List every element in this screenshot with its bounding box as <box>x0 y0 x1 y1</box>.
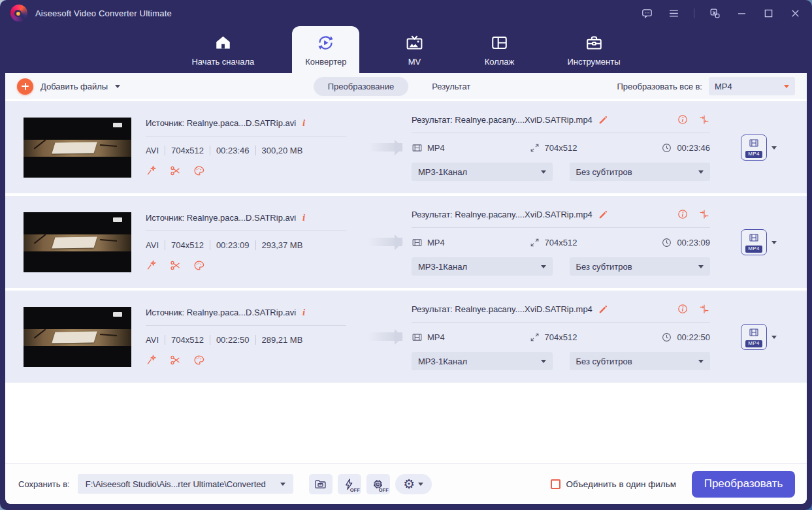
merge-checkbox[interactable] <box>551 479 560 489</box>
source-info: Источник: Realnye.paca...D.SATRip.avi i … <box>146 212 346 272</box>
effects-palette-icon[interactable] <box>193 165 205 177</box>
film-icon <box>749 327 759 338</box>
menu-icon[interactable] <box>667 7 680 20</box>
add-files-button[interactable]: Добавить файлы <box>17 78 120 95</box>
hardware-accel-button[interactable]: OFF <box>338 474 361 494</box>
profile-badge: MP4 <box>745 151 762 158</box>
cut-scissors-icon[interactable] <box>169 259 182 272</box>
video-thumbnail[interactable] <box>24 212 131 272</box>
video-format-icon <box>412 142 423 153</box>
open-folder-button[interactable] <box>309 474 333 494</box>
converter-icon <box>316 33 335 52</box>
subtitle-select[interactable]: Без субтитров <box>570 163 711 181</box>
media-info-icon[interactable]: i <box>302 307 305 318</box>
chevron-down-icon[interactable] <box>771 241 777 247</box>
effects-palette-icon[interactable] <box>193 259 205 272</box>
edit-magic-wand-icon[interactable] <box>146 259 158 272</box>
adjust-settings-icon[interactable] <box>698 303 710 315</box>
tab-label: Инструменты <box>567 57 620 67</box>
tab-label: Коллаж <box>485 57 515 67</box>
maximize-icon[interactable] <box>762 7 775 20</box>
source-filename: Источник: Realnye.paca...D.SATRip.avi <box>146 118 296 128</box>
tv-watermark <box>113 123 122 127</box>
chevron-down-icon <box>541 170 546 176</box>
view-tab-result[interactable]: Результат <box>417 77 485 96</box>
chevron-down-icon <box>280 483 285 488</box>
plus-icon <box>17 78 33 95</box>
close-icon[interactable] <box>788 7 802 20</box>
rename-pencil-icon[interactable] <box>598 304 609 315</box>
edit-magic-wand-icon[interactable] <box>146 165 158 177</box>
video-thumbnail[interactable] <box>24 118 131 178</box>
minimize-icon[interactable] <box>735 7 748 20</box>
toolbox-icon <box>585 33 604 52</box>
convert-all-label: Преобразовать все в: <box>617 82 702 91</box>
edit-magic-wand-icon[interactable] <box>146 354 158 366</box>
profile-badge: MP4 <box>745 340 762 347</box>
chevron-down-icon[interactable] <box>771 336 777 342</box>
view-tabs: Преобразование Результат <box>314 77 485 96</box>
accel-off-label: OFF <box>350 487 360 493</box>
video-thumbnail[interactable] <box>24 307 131 367</box>
output-info-icon[interactable] <box>677 303 689 315</box>
merge-label[interactable]: Объединить в один фильм <box>566 479 676 489</box>
rename-pencil-icon[interactable] <box>598 114 609 125</box>
rename-pencil-icon[interactable] <box>598 209 609 220</box>
tv-watermark <box>113 312 122 317</box>
tab-converter[interactable]: Конвертер <box>292 26 359 73</box>
tab-label: MV <box>408 57 421 67</box>
snapshot-icon[interactable] <box>708 7 721 20</box>
arrow-right-icon <box>368 332 402 341</box>
film-icon <box>749 232 759 243</box>
media-info-icon[interactable]: i <box>302 212 305 223</box>
adjust-settings-icon[interactable] <box>698 114 710 125</box>
output-info-icon[interactable] <box>677 208 689 220</box>
app-title: Aiseesoft Video Converter Ultimate <box>35 8 172 18</box>
profile-format-button[interactable]: MP4 <box>741 135 767 161</box>
add-files-label: Добавить файлы <box>41 82 108 91</box>
profile-format-button[interactable]: MP4 <box>741 229 767 255</box>
app-logo-icon <box>10 5 27 22</box>
output-info-icon[interactable] <box>677 114 689 125</box>
gpu-off-label: OFF <box>379 487 389 493</box>
gpu-accel-button[interactable]: OFF <box>366 474 390 494</box>
convert-button[interactable]: Преобразовать <box>692 471 795 498</box>
effects-palette-icon[interactable] <box>193 354 205 366</box>
view-tab-converting[interactable]: Преобразование <box>314 77 409 96</box>
cut-scissors-icon[interactable] <box>169 354 182 366</box>
divider <box>146 231 346 231</box>
subtitle-select[interactable]: Без субтитров <box>570 257 711 276</box>
source-meta: AVI704x51200:23:09293,37 MB <box>146 240 346 250</box>
folder-icon <box>314 477 327 491</box>
divider <box>412 133 710 133</box>
file-row: Источник: Realnye.paca...D.SATRip.avi i … <box>5 101 807 193</box>
audio-track-select[interactable]: MP3-1Канал <box>412 257 553 276</box>
divider <box>412 227 710 228</box>
merge-group: Объединить в один фильм <box>551 479 676 489</box>
tab-home[interactable]: Начать сначала <box>178 26 267 73</box>
media-info-icon[interactable]: i <box>302 118 305 129</box>
divider <box>412 322 710 323</box>
save-path-value: F:\Aiseesoft Studio\Ais...rter Ultimate\… <box>86 479 266 489</box>
save-path-select[interactable]: F:\Aiseesoft Studio\Ais...rter Ultimate\… <box>78 474 293 494</box>
settings-button[interactable]: ⚙ <box>395 474 432 494</box>
app-window: Aiseesoft Video Converter Ultimate <box>0 0 812 510</box>
file-list: Источник: Realnye.paca...D.SATRip.avi i … <box>5 99 807 463</box>
feedback-icon[interactable] <box>640 7 653 20</box>
tab-mv[interactable]: MV <box>384 26 444 73</box>
audio-track-select[interactable]: MP3-1Канал <box>412 352 553 370</box>
audio-track-select[interactable]: MP3-1Канал <box>412 163 553 181</box>
tab-tools[interactable]: Инструменты <box>554 26 633 73</box>
resolution-icon <box>529 332 540 343</box>
file-row: Источник: Realnye.paca...D.SATRip.avi i … <box>5 196 807 288</box>
cut-scissors-icon[interactable] <box>169 165 182 177</box>
subtitle-select[interactable]: Без субтитров <box>570 352 711 370</box>
chevron-down-icon <box>698 170 704 176</box>
convert-all-format-value: MP4 <box>715 82 732 91</box>
tab-collage[interactable]: Коллаж <box>469 26 529 73</box>
profile-format-button[interactable]: MP4 <box>741 324 767 350</box>
convert-all-format-select[interactable]: MP4 <box>709 77 795 95</box>
duration-clock-icon <box>661 142 672 153</box>
adjust-settings-icon[interactable] <box>698 208 710 220</box>
chevron-down-icon[interactable] <box>771 146 777 152</box>
